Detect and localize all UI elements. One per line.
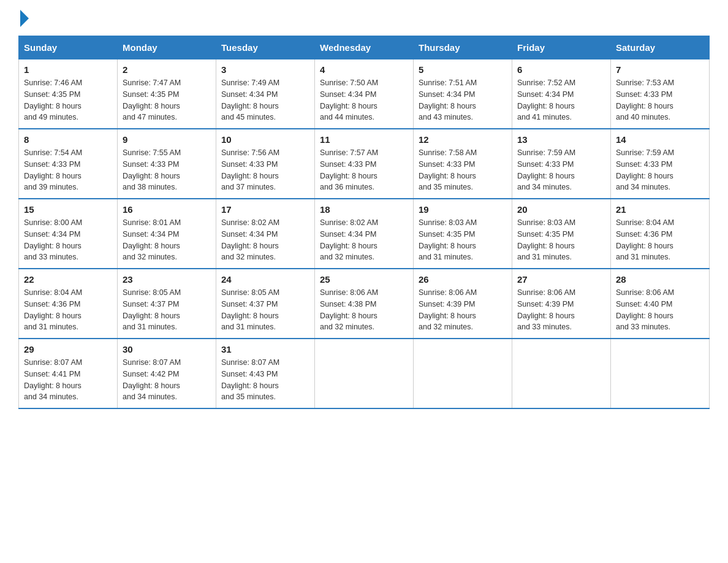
day-cell: 14Sunrise: 7:59 AMSunset: 4:33 PMDayligh… (611, 129, 710, 199)
week-row-1: 1Sunrise: 7:46 AMSunset: 4:35 PMDaylight… (19, 59, 710, 129)
day-info: Sunrise: 8:07 AMSunset: 4:42 PMDaylight:… (123, 357, 211, 403)
day-info: Sunrise: 8:00 AMSunset: 4:34 PMDaylight:… (24, 217, 112, 263)
day-cell: 10Sunrise: 7:56 AMSunset: 4:33 PMDayligh… (216, 129, 315, 199)
week-row-3: 15Sunrise: 8:00 AMSunset: 4:34 PMDayligh… (19, 199, 710, 269)
day-number: 16 (123, 204, 211, 215)
day-info: Sunrise: 7:58 AMSunset: 4:33 PMDaylight:… (419, 147, 507, 193)
day-number: 6 (517, 64, 605, 75)
day-number: 4 (320, 64, 408, 75)
page-header (18, 12, 710, 23)
day-cell: 22Sunrise: 8:04 AMSunset: 4:36 PMDayligh… (19, 269, 118, 339)
day-cell: 5Sunrise: 7:51 AMSunset: 4:34 PMDaylight… (414, 59, 512, 129)
header-sunday: Sunday (19, 36, 118, 59)
day-info: Sunrise: 7:59 AMSunset: 4:33 PMDaylight:… (616, 147, 704, 193)
day-info: Sunrise: 8:01 AMSunset: 4:34 PMDaylight:… (123, 217, 211, 263)
day-info: Sunrise: 7:52 AMSunset: 4:34 PMDaylight:… (517, 77, 605, 123)
day-info: Sunrise: 8:05 AMSunset: 4:37 PMDaylight:… (221, 287, 309, 333)
day-info: Sunrise: 7:46 AMSunset: 4:35 PMDaylight:… (24, 77, 112, 123)
day-info: Sunrise: 8:02 AMSunset: 4:34 PMDaylight:… (320, 217, 408, 263)
calendar-table: SundayMondayTuesdayWednesdayThursdayFrid… (18, 36, 710, 409)
day-info: Sunrise: 7:56 AMSunset: 4:33 PMDaylight:… (221, 147, 309, 193)
day-number: 18 (320, 204, 408, 215)
day-info: Sunrise: 7:49 AMSunset: 4:34 PMDaylight:… (221, 77, 309, 123)
day-number: 1 (24, 64, 112, 75)
day-cell: 26Sunrise: 8:06 AMSunset: 4:39 PMDayligh… (414, 269, 512, 339)
day-cell: 20Sunrise: 8:03 AMSunset: 4:35 PMDayligh… (512, 199, 611, 269)
header-monday: Monday (118, 36, 216, 59)
day-info: Sunrise: 8:07 AMSunset: 4:43 PMDaylight:… (221, 357, 309, 403)
week-row-2: 8Sunrise: 7:54 AMSunset: 4:33 PMDaylight… (19, 129, 710, 199)
day-number: 3 (221, 64, 309, 75)
day-info: Sunrise: 8:03 AMSunset: 4:35 PMDaylight:… (517, 217, 605, 263)
day-cell: 18Sunrise: 8:02 AMSunset: 4:34 PMDayligh… (315, 199, 414, 269)
day-cell: 19Sunrise: 8:03 AMSunset: 4:35 PMDayligh… (414, 199, 512, 269)
header-tuesday: Tuesday (216, 36, 315, 59)
day-number: 25 (320, 274, 408, 285)
day-number: 27 (517, 274, 605, 285)
header-thursday: Thursday (414, 36, 512, 59)
day-number: 26 (419, 274, 507, 285)
day-info: Sunrise: 8:04 AMSunset: 4:36 PMDaylight:… (616, 217, 704, 263)
day-info: Sunrise: 8:02 AMSunset: 4:34 PMDaylight:… (221, 217, 309, 263)
day-cell: 30Sunrise: 8:07 AMSunset: 4:42 PMDayligh… (118, 339, 216, 408)
day-cell: 12Sunrise: 7:58 AMSunset: 4:33 PMDayligh… (414, 129, 512, 199)
day-number: 13 (517, 134, 605, 145)
day-info: Sunrise: 7:53 AMSunset: 4:33 PMDaylight:… (616, 77, 704, 123)
day-info: Sunrise: 8:06 AMSunset: 4:39 PMDaylight:… (419, 287, 507, 333)
day-cell: 17Sunrise: 8:02 AMSunset: 4:34 PMDayligh… (216, 199, 315, 269)
day-cell: 24Sunrise: 8:05 AMSunset: 4:37 PMDayligh… (216, 269, 315, 339)
day-number: 28 (616, 274, 704, 285)
day-info: Sunrise: 7:50 AMSunset: 4:34 PMDaylight:… (320, 77, 408, 123)
day-number: 31 (221, 344, 309, 354)
day-cell: 2Sunrise: 7:47 AMSunset: 4:35 PMDaylight… (118, 59, 216, 129)
day-info: Sunrise: 7:54 AMSunset: 4:33 PMDaylight:… (24, 147, 112, 193)
day-cell: 4Sunrise: 7:50 AMSunset: 4:34 PMDaylight… (315, 59, 414, 129)
day-number: 22 (24, 274, 112, 285)
calendar-header-row: SundayMondayTuesdayWednesdayThursdayFrid… (19, 36, 710, 59)
logo-arrow-icon (20, 10, 29, 27)
day-number: 30 (123, 344, 211, 354)
logo (18, 12, 29, 23)
day-number: 11 (320, 134, 408, 145)
day-cell: 23Sunrise: 8:05 AMSunset: 4:37 PMDayligh… (118, 269, 216, 339)
day-number: 2 (123, 64, 211, 75)
day-cell: 13Sunrise: 7:59 AMSunset: 4:33 PMDayligh… (512, 129, 611, 199)
day-number: 19 (419, 204, 507, 215)
day-info: Sunrise: 7:59 AMSunset: 4:33 PMDaylight:… (517, 147, 605, 193)
day-cell (512, 339, 611, 408)
day-cell: 9Sunrise: 7:55 AMSunset: 4:33 PMDaylight… (118, 129, 216, 199)
day-cell: 28Sunrise: 8:06 AMSunset: 4:40 PMDayligh… (611, 269, 710, 339)
day-info: Sunrise: 8:03 AMSunset: 4:35 PMDaylight:… (419, 217, 507, 263)
day-number: 5 (419, 64, 507, 75)
day-number: 20 (517, 204, 605, 215)
day-number: 29 (24, 344, 112, 354)
day-number: 10 (221, 134, 309, 145)
day-number: 8 (24, 134, 112, 145)
day-number: 21 (616, 204, 704, 215)
day-number: 23 (123, 274, 211, 285)
day-info: Sunrise: 8:06 AMSunset: 4:38 PMDaylight:… (320, 287, 408, 333)
week-row-4: 22Sunrise: 8:04 AMSunset: 4:36 PMDayligh… (19, 269, 710, 339)
day-cell: 1Sunrise: 7:46 AMSunset: 4:35 PMDaylight… (19, 59, 118, 129)
day-cell: 8Sunrise: 7:54 AMSunset: 4:33 PMDaylight… (19, 129, 118, 199)
header-wednesday: Wednesday (315, 36, 414, 59)
day-cell: 7Sunrise: 7:53 AMSunset: 4:33 PMDaylight… (611, 59, 710, 129)
day-number: 17 (221, 204, 309, 215)
day-number: 12 (419, 134, 507, 145)
day-cell: 16Sunrise: 8:01 AMSunset: 4:34 PMDayligh… (118, 199, 216, 269)
day-number: 7 (616, 64, 704, 75)
day-info: Sunrise: 8:05 AMSunset: 4:37 PMDaylight:… (123, 287, 211, 333)
day-cell: 3Sunrise: 7:49 AMSunset: 4:34 PMDaylight… (216, 59, 315, 129)
day-info: Sunrise: 8:06 AMSunset: 4:39 PMDaylight:… (517, 287, 605, 333)
day-cell: 25Sunrise: 8:06 AMSunset: 4:38 PMDayligh… (315, 269, 414, 339)
day-cell (611, 339, 710, 408)
week-row-5: 29Sunrise: 8:07 AMSunset: 4:41 PMDayligh… (19, 339, 710, 408)
day-cell: 15Sunrise: 8:00 AMSunset: 4:34 PMDayligh… (19, 199, 118, 269)
day-info: Sunrise: 8:06 AMSunset: 4:40 PMDaylight:… (616, 287, 704, 333)
day-cell: 6Sunrise: 7:52 AMSunset: 4:34 PMDaylight… (512, 59, 611, 129)
day-cell: 29Sunrise: 8:07 AMSunset: 4:41 PMDayligh… (19, 339, 118, 408)
day-cell (315, 339, 414, 408)
day-info: Sunrise: 7:51 AMSunset: 4:34 PMDaylight:… (419, 77, 507, 123)
day-number: 14 (616, 134, 704, 145)
day-number: 9 (123, 134, 211, 145)
